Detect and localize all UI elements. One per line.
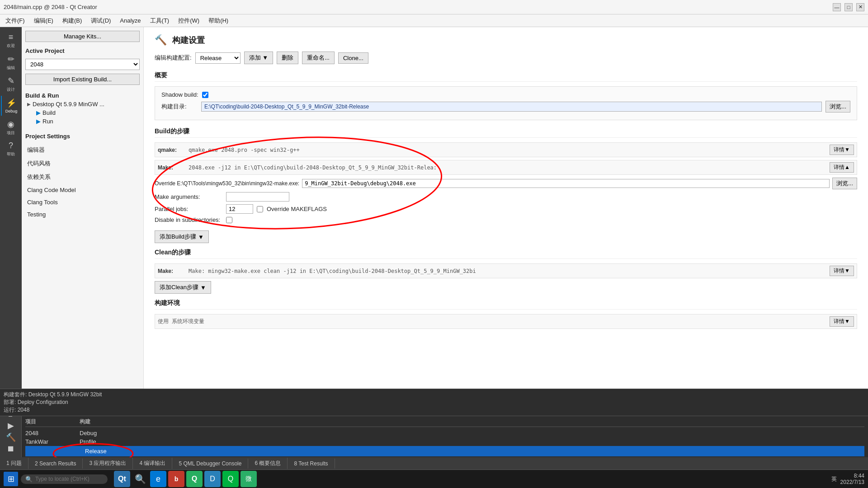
tab-compile-output[interactable]: 4 编译输出 <box>133 458 172 469</box>
taskbar-app-dev[interactable]: D <box>204 471 221 487</box>
browse-override-button[interactable]: 浏览... <box>832 178 857 189</box>
build-dir-input[interactable] <box>201 102 822 112</box>
add-build-step-button[interactable]: 添加Build步骤 ▼ <box>155 230 209 243</box>
override-label: Override E:\QT\Tools\mingw530_32\bin\min… <box>155 180 299 187</box>
config-label: 编辑构建配置: <box>155 54 192 62</box>
make-args-input[interactable] <box>226 192 289 202</box>
sidebar-help-label: 帮助 <box>7 151 15 157</box>
settings-clang-tools[interactable]: Clang Tools <box>25 198 140 206</box>
build-arrow-icon: ▶ <box>36 109 41 116</box>
menu-file[interactable]: 文件(F) <box>2 16 28 26</box>
sidebar-item-welcome[interactable]: ≡ 欢迎 <box>1 31 21 51</box>
settings-clang-code-model[interactable]: Clang Code Model <box>25 186 140 194</box>
run-arrow-icon: ▶ <box>36 118 41 125</box>
taskbar: ⊞ 🔍 Qt 🔍 e b Q D Q 微 英 8:44 <box>0 470 868 488</box>
menu-tools[interactable]: 工具(T) <box>146 16 173 26</box>
taskbar-app-blog[interactable]: b <box>168 471 184 487</box>
sidebar-item-help[interactable]: ? 帮助 <box>1 139 21 159</box>
taskbar-app-wechat[interactable]: 微 <box>241 471 257 487</box>
build-button[interactable]: 🔨 <box>3 432 19 442</box>
add-step-chevron: ▼ <box>198 234 204 240</box>
sidebar-item-project[interactable]: ◉ 项目 <box>1 117 21 137</box>
env-detail-button[interactable]: 详情▼ <box>830 316 854 327</box>
taskbar-app-search[interactable]: 🔍 <box>132 471 148 487</box>
taskbar-app-qt2[interactable]: Q <box>186 471 203 487</box>
add-config-button[interactable]: 添加 ▼ <box>244 52 274 64</box>
tab-summary[interactable]: 6 概要信息 <box>248 458 288 469</box>
menu-analyze[interactable]: Analyze <box>116 16 144 25</box>
bottom-tabs: 1 问题 2 Search Results 3 应用程序输出 4 编译输出 5 … <box>0 457 868 470</box>
taskbar-search-input[interactable] <box>35 476 103 482</box>
tree-build-item[interactable]: ▶ Build <box>34 108 140 117</box>
project-icon: ◉ <box>7 119 14 129</box>
tree-item-desktop-qt[interactable]: ▶ Desktop Qt 5.9.9 MinGW ... <box>25 100 140 108</box>
sidebar-item-edit[interactable]: ✏ 编辑 <box>1 52 21 72</box>
settings-testing[interactable]: Testing <box>25 210 140 219</box>
tab-test-results[interactable]: 8 Test Results <box>288 459 335 469</box>
make-args-label: Make arguments: <box>155 193 222 200</box>
browse-build-dir-button[interactable]: 浏览... <box>826 101 850 113</box>
tab-qml-debugger[interactable]: 5 QML Debugger Console <box>172 459 248 469</box>
edge-icon: e <box>156 474 160 484</box>
sidebar-item-debug[interactable]: ⚡ Debug <box>1 96 21 116</box>
import-existing-button[interactable]: Import Existing Build... <box>25 74 140 85</box>
welcome-icon: ≡ <box>9 33 14 42</box>
build-type-cell: Profile <box>80 438 134 445</box>
make-detail-button[interactable]: 详情▲ <box>830 162 854 173</box>
tab-problems[interactable]: 1 问题 <box>0 458 28 469</box>
settings-dependencies[interactable]: 依赖关系 <box>25 172 140 182</box>
override-makeflags-label: Override MAKEFLAGS <box>267 206 327 212</box>
design-icon: ✎ <box>8 76 14 86</box>
override-input[interactable] <box>302 179 830 188</box>
disable-subdirs-checkbox[interactable] <box>226 217 232 223</box>
taskbar-search-bar[interactable]: 🔍 <box>21 474 108 484</box>
table-row[interactable]: 2048 Debug <box>25 429 864 437</box>
project-settings-label: Project Settings <box>25 133 140 140</box>
make-key: Make: <box>158 164 185 171</box>
stop-button[interactable]: ⏹ <box>3 444 19 454</box>
taskbar-app-qt[interactable]: Qt <box>114 471 130 487</box>
keyboard-layout: 英 <box>831 475 837 483</box>
taskbar-app-edge[interactable]: e <box>150 471 166 487</box>
rename-config-button[interactable]: 重命名... <box>302 52 335 64</box>
build-steps-header: Build的步骤 <box>155 127 857 138</box>
taskbar-date: 2022/7/13 <box>840 479 864 485</box>
menu-build[interactable]: 构建(B) <box>59 16 85 26</box>
help-icon: ? <box>9 141 13 150</box>
clone-config-button[interactable]: Clone... <box>338 52 368 64</box>
settings-code-style[interactable]: 代码风格 <box>25 159 140 169</box>
parallel-jobs-input[interactable] <box>226 204 253 214</box>
shadow-build-checkbox[interactable] <box>202 92 208 98</box>
shadow-build-row: Shadow build: <box>161 91 850 98</box>
table-row[interactable]: TankWar Profile <box>25 437 864 446</box>
tree-run-item[interactable]: ▶ Run <box>34 117 140 126</box>
manage-kits-button[interactable]: Manage Kits... <box>25 31 140 42</box>
taskbar-app-qq[interactable]: Q <box>222 471 239 487</box>
override-makeflags-checkbox[interactable] <box>257 206 263 212</box>
tab-search-results[interactable]: 2 Search Results <box>28 459 83 469</box>
menu-edit[interactable]: 编辑(E) <box>30 16 57 26</box>
wechat-icon: 微 <box>245 475 252 483</box>
sidebar-item-design[interactable]: ✎ 设计 <box>1 74 21 94</box>
config-select[interactable]: Release <box>195 52 241 64</box>
menu-controls[interactable]: 控件(W) <box>175 16 203 26</box>
disable-subdirs-row: Disable in subdirectories: <box>155 216 857 223</box>
active-project-select[interactable]: 2048 <box>25 59 140 70</box>
build-dir-row: 构建目录: 浏览... <box>161 101 850 113</box>
qmake-detail-button[interactable]: 详情▼ <box>830 145 854 155</box>
delete-config-button[interactable]: 删除 <box>277 52 298 64</box>
run-button[interactable]: ▶ <box>3 421 19 431</box>
settings-editor[interactable]: 编辑器 <box>25 145 140 155</box>
close-button[interactable]: ✕ <box>856 3 864 11</box>
start-button[interactable]: ⊞ <box>4 472 18 486</box>
table-row-highlighted[interactable]: Release <box>25 446 864 456</box>
tab-app-output[interactable]: 3 应用程序输出 <box>83 458 133 469</box>
build-run-label: Build & Run <box>25 92 140 99</box>
menu-debug[interactable]: 调试(D) <box>87 16 114 26</box>
maximize-button[interactable]: □ <box>844 3 853 11</box>
minimize-button[interactable]: — <box>833 3 841 11</box>
clean-detail-button[interactable]: 详情▼ <box>830 266 854 276</box>
qq-icon: Q <box>228 475 233 483</box>
add-clean-step-button[interactable]: 添加Clean步骤 ▼ <box>155 281 211 294</box>
menu-help[interactable]: 帮助(H) <box>205 16 232 26</box>
